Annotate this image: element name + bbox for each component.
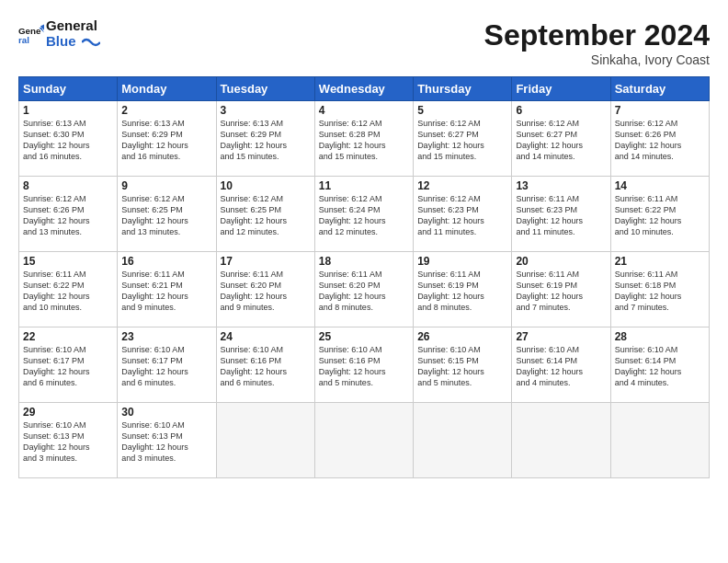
day-number: 29 [23,406,113,419]
calendar-cell: 18Sunrise: 6:11 AMSunset: 6:20 PMDayligh… [314,252,413,327]
day-info: Sunrise: 6:12 AMSunset: 6:27 PMDaylight:… [516,118,606,163]
logo-wave-icon [82,35,100,49]
calendar-cell [414,403,512,478]
calendar-header-row: SundayMondayTuesdayWednesdayThursdayFrid… [19,77,710,101]
day-number: 24 [221,330,311,343]
calendar-cell: 10Sunrise: 6:12 AMSunset: 6:25 PMDayligh… [216,177,314,252]
day-number: 16 [121,255,211,268]
calendar-cell [610,403,709,478]
calendar-cell [216,403,314,478]
day-info: Sunrise: 6:11 AMSunset: 6:22 PMDaylight:… [615,193,705,238]
month-title: September 2024 [484,18,710,52]
day-number: 4 [319,104,409,117]
day-info: Sunrise: 6:13 AMSunset: 6:29 PMDaylight:… [121,118,211,163]
calendar-cell: 30Sunrise: 6:10 AMSunset: 6:13 PMDayligh… [118,403,216,478]
day-info: Sunrise: 6:10 AMSunset: 6:13 PMDaylight:… [121,419,211,465]
day-info: Sunrise: 6:10 AMSunset: 6:14 PMDaylight:… [516,344,606,389]
calendar-cell: 25Sunrise: 6:10 AMSunset: 6:16 PMDayligh… [314,327,413,403]
day-info: Sunrise: 6:11 AMSunset: 6:21 PMDaylight:… [121,269,211,314]
day-info: Sunrise: 6:13 AMSunset: 6:29 PMDaylight:… [221,118,311,163]
weekday-header-saturday: Saturday [610,77,709,101]
day-number: 3 [221,104,311,117]
calendar-cell: 5Sunrise: 6:12 AMSunset: 6:27 PMDaylight… [414,101,512,177]
day-number: 5 [417,104,507,117]
calendar-cell [512,403,610,478]
day-info: Sunrise: 6:12 AMSunset: 6:25 PMDaylight:… [221,193,311,238]
calendar-cell [314,403,413,478]
calendar-cell: 11Sunrise: 6:12 AMSunset: 6:24 PMDayligh… [314,177,413,252]
calendar-table: SundayMondayTuesdayWednesdayThursdayFrid… [18,76,710,478]
weekday-header-monday: Monday [118,77,216,101]
day-info: Sunrise: 6:12 AMSunset: 6:28 PMDaylight:… [319,118,409,163]
day-number: 11 [319,179,409,192]
calendar-week-row: 15Sunrise: 6:11 AMSunset: 6:22 PMDayligh… [19,252,710,327]
calendar-cell: 14Sunrise: 6:11 AMSunset: 6:22 PMDayligh… [610,177,709,252]
day-number: 7 [615,104,705,117]
calendar-cell: 26Sunrise: 6:10 AMSunset: 6:15 PMDayligh… [414,327,512,403]
day-number: 17 [221,255,311,268]
calendar-cell: 27Sunrise: 6:10 AMSunset: 6:14 PMDayligh… [512,327,610,403]
day-number: 25 [319,330,409,343]
day-number: 30 [121,406,211,419]
calendar-cell: 1Sunrise: 6:13 AMSunset: 6:30 PMDaylight… [19,101,118,177]
day-info: Sunrise: 6:12 AMSunset: 6:26 PMDaylight:… [615,118,705,163]
day-number: 20 [516,255,606,268]
day-info: Sunrise: 6:11 AMSunset: 6:18 PMDaylight:… [615,269,705,314]
calendar-cell: 8Sunrise: 6:12 AMSunset: 6:26 PMDaylight… [19,177,118,252]
day-number: 26 [417,330,507,343]
calendar-cell: 4Sunrise: 6:12 AMSunset: 6:28 PMDaylight… [314,101,413,177]
day-info: Sunrise: 6:12 AMSunset: 6:23 PMDaylight:… [417,193,507,238]
calendar-cell: 12Sunrise: 6:12 AMSunset: 6:23 PMDayligh… [414,177,512,252]
logo-general: General [46,17,97,33]
day-number: 1 [23,104,113,117]
day-number: 13 [516,179,606,192]
day-number: 15 [23,255,113,268]
calendar-cell: 7Sunrise: 6:12 AMSunset: 6:26 PMDaylight… [610,101,709,177]
day-info: Sunrise: 6:12 AMSunset: 6:27 PMDaylight:… [417,118,507,163]
calendar-cell: 19Sunrise: 6:11 AMSunset: 6:19 PMDayligh… [414,252,512,327]
day-number: 21 [615,255,705,268]
day-info: Sunrise: 6:11 AMSunset: 6:20 PMDaylight:… [221,269,311,314]
day-number: 18 [319,255,409,268]
day-number: 22 [23,330,113,343]
day-info: Sunrise: 6:10 AMSunset: 6:16 PMDaylight:… [319,344,409,389]
calendar-week-row: 1Sunrise: 6:13 AMSunset: 6:30 PMDaylight… [19,101,710,177]
calendar-cell: 29Sunrise: 6:10 AMSunset: 6:13 PMDayligh… [19,403,118,478]
calendar-cell: 20Sunrise: 6:11 AMSunset: 6:19 PMDayligh… [512,252,610,327]
day-number: 12 [417,179,507,192]
day-info: Sunrise: 6:10 AMSunset: 6:14 PMDaylight:… [615,344,705,389]
day-info: Sunrise: 6:11 AMSunset: 6:19 PMDaylight:… [516,269,606,314]
day-number: 19 [417,255,507,268]
calendar-cell: 9Sunrise: 6:12 AMSunset: 6:25 PMDaylight… [118,177,216,252]
day-number: 10 [221,179,311,192]
calendar-week-row: 8Sunrise: 6:12 AMSunset: 6:26 PMDaylight… [19,177,710,252]
calendar-cell: 13Sunrise: 6:11 AMSunset: 6:23 PMDayligh… [512,177,610,252]
day-info: Sunrise: 6:11 AMSunset: 6:20 PMDaylight:… [319,269,409,314]
location: Sinkaha, Ivory Coast [484,52,710,67]
day-number: 27 [516,330,606,343]
calendar-cell: 28Sunrise: 6:10 AMSunset: 6:14 PMDayligh… [610,327,709,403]
calendar-cell: 6Sunrise: 6:12 AMSunset: 6:27 PMDaylight… [512,101,610,177]
calendar-cell: 15Sunrise: 6:11 AMSunset: 6:22 PMDayligh… [19,252,118,327]
day-info: Sunrise: 6:12 AMSunset: 6:25 PMDaylight:… [121,193,211,238]
day-number: 9 [121,179,211,192]
day-info: Sunrise: 6:12 AMSunset: 6:26 PMDaylight:… [23,193,113,238]
day-number: 6 [516,104,606,117]
calendar-cell: 24Sunrise: 6:10 AMSunset: 6:16 PMDayligh… [216,327,314,403]
calendar-cell: 22Sunrise: 6:10 AMSunset: 6:17 PMDayligh… [19,327,118,403]
svg-text:ral: ral [18,34,29,44]
weekday-header-thursday: Thursday [414,77,512,101]
day-info: Sunrise: 6:11 AMSunset: 6:23 PMDaylight:… [516,193,606,238]
page-header: Gene ral General Blue September 2024 Sin… [18,18,710,67]
day-info: Sunrise: 6:11 AMSunset: 6:22 PMDaylight:… [23,269,113,314]
calendar-week-row: 22Sunrise: 6:10 AMSunset: 6:17 PMDayligh… [19,327,710,403]
calendar-cell: 16Sunrise: 6:11 AMSunset: 6:21 PMDayligh… [118,252,216,327]
logo-icon: Gene ral [18,21,44,47]
day-number: 14 [615,179,705,192]
day-info: Sunrise: 6:11 AMSunset: 6:19 PMDaylight:… [417,269,507,314]
title-block: September 2024 Sinkaha, Ivory Coast [484,18,710,67]
weekday-header-sunday: Sunday [19,77,118,101]
day-info: Sunrise: 6:12 AMSunset: 6:24 PMDaylight:… [319,193,409,238]
calendar-cell: 3Sunrise: 6:13 AMSunset: 6:29 PMDaylight… [216,101,314,177]
weekday-header-wednesday: Wednesday [314,77,413,101]
